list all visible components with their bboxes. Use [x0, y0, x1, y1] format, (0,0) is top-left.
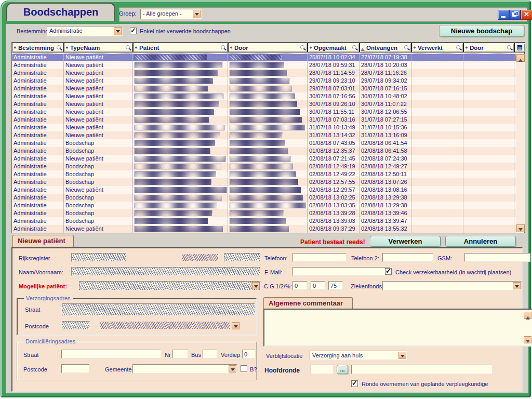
dm-nr-input[interactable]	[172, 350, 188, 358]
chevron-down-icon[interactable]	[398, 352, 406, 359]
table-row[interactable]: AdministratieNieuwe patiënt28/07/18 09:5…	[12, 61, 516, 69]
column-header-door[interactable]: Door	[228, 43, 308, 52]
new-message-button[interactable]: Nieuwe boodschap	[439, 25, 524, 37]
chevron-down-icon[interactable]	[252, 282, 260, 289]
table-row[interactable]: AdministratieNieuwe patiënt25/07/18 10:0…	[12, 54, 516, 61]
cg2-input[interactable]: 0	[311, 281, 325, 290]
table-row[interactable]: AdministratieBoodschap02/08/18 13:03:350…	[12, 202, 516, 209]
table-row[interactable]: AdministratieNieuwe patiënt02/08/18 09:3…	[12, 225, 516, 233]
table-row[interactable]: AdministratieNieuwe patiënt30/07/18 11:5…	[12, 108, 516, 116]
telefoon2-input[interactable]	[382, 253, 433, 262]
table-row[interactable]: AdministratieNieuwe patiënt31/07/18 13:1…	[12, 131, 516, 139]
chevron-down-icon[interactable]	[232, 322, 240, 329]
rijksregister-extra-input[interactable]	[224, 253, 260, 262]
rijksregister-input[interactable]	[71, 253, 126, 262]
group-dropdown[interactable]: - Alle groepen -	[140, 9, 202, 19]
column-header-opgemaakt[interactable]: Opgemaakt	[308, 43, 360, 52]
bestemming-dropdown[interactable]: Administratie	[47, 26, 123, 36]
hoofdronde-name-input[interactable]	[351, 365, 493, 374]
dm-straat-input[interactable]	[61, 350, 161, 358]
search-icon[interactable]	[456, 45, 462, 51]
column-header-typenaam[interactable]: TypeNaam	[64, 43, 133, 52]
table-row[interactable]: AdministratieBoodschap02/08/18 12:49:220…	[12, 170, 516, 178]
table-row[interactable]: AdministratieNieuwe patiënt29/07/18 07:0…	[12, 85, 516, 92]
gsm-input[interactable]	[464, 253, 530, 262]
minimize-button[interactable]	[498, 10, 509, 20]
table-row[interactable]: AdministratieBoodschap02/08/18 13:39:030…	[12, 217, 516, 225]
table-row[interactable]: AdministratieBoodschap02/08/18 12:57:550…	[12, 178, 516, 186]
search-icon[interactable]	[56, 45, 62, 51]
table-row[interactable]: AdministratieNieuwe patiënt02/08/18 07:2…	[12, 155, 516, 163]
table-row[interactable]: AdministratieNieuwe patiënt31/07/18 10:1…	[12, 124, 516, 131]
check-verzekerbaarheid-checkbox[interactable]	[385, 268, 392, 275]
dm-b-checkbox[interactable]	[241, 365, 247, 372]
verwerken-button[interactable]: Verwerken	[370, 236, 441, 247]
dm-bus-input[interactable]	[203, 350, 217, 358]
vz-postcode-input[interactable]	[62, 321, 90, 330]
chevron-down-icon[interactable]	[193, 10, 201, 18]
cell-patient	[133, 100, 228, 108]
annuleren-button[interactable]: Annuleren	[445, 236, 516, 247]
chevron-down-icon[interactable]	[229, 365, 236, 373]
hoofdronde-browse-button[interactable]: ...	[337, 365, 348, 374]
cg-pct-input[interactable]: 75	[328, 281, 343, 290]
telefoon-input[interactable]	[292, 253, 347, 262]
search-icon[interactable]	[507, 45, 513, 51]
search-icon[interactable]	[125, 45, 131, 51]
column-label: Ontvangen	[365, 45, 404, 51]
ronde-overnemen-checkbox[interactable]	[351, 380, 358, 387]
tab-nieuwe-patient[interactable]: Nieuwe patiënt	[12, 235, 74, 247]
tab-algemene-commentaar[interactable]: Algemene commentaar	[263, 297, 353, 309]
restore-button[interactable]	[509, 10, 521, 20]
chevron-down-icon[interactable]	[114, 27, 122, 35]
scroll-up-icon[interactable]	[516, 54, 525, 62]
dm-gemeente-dropdown[interactable]	[132, 364, 237, 374]
cell-ontvangen: 28/07/18 11:16:26	[360, 69, 411, 77]
grid-scrollbar[interactable]	[516, 54, 525, 232]
search-icon[interactable]	[404, 45, 410, 51]
scroll-down-icon[interactable]	[516, 224, 525, 232]
search-icon[interactable]	[220, 45, 227, 51]
table-row[interactable]: AdministratieNieuwe patiënt31/07/18 07:0…	[12, 116, 516, 124]
column-header-patient[interactable]: Patient	[133, 43, 228, 52]
grid-options-button[interactable]: ▤	[514, 43, 525, 52]
redacted-value	[230, 218, 286, 224]
only-unprocessed-checkbox[interactable]	[130, 28, 137, 34]
table-row[interactable]: AdministratieBoodschap02/08/18 12:49:190…	[12, 163, 516, 170]
table-row[interactable]: AdministratieNieuwe patiënt02/08/18 12:2…	[12, 186, 516, 194]
cell-door	[463, 225, 514, 233]
redacted-value	[230, 125, 305, 130]
table-row[interactable]: AdministratieBoodschap02/08/18 13:02:250…	[12, 194, 516, 202]
table-row[interactable]: AdministratieBoodschap02/08/18 13:39:280…	[12, 209, 516, 217]
search-icon[interactable]	[352, 45, 358, 51]
table-row[interactable]: AdministratieNieuwe patiënt29/07/18 09:2…	[12, 77, 516, 85]
table-row[interactable]: AdministratieNieuwe patiënt30/07/18 09:2…	[12, 100, 516, 108]
table-row[interactable]: AdministratieBoodschap01/08/18 12:35:370…	[12, 147, 516, 155]
column-header-ontvangen[interactable]: Ontvangen	[360, 43, 411, 52]
scroll-up-icon[interactable]	[524, 312, 531, 319]
verblijfslocatie-dropdown[interactable]: Verzorging aan huis	[310, 351, 407, 360]
table-row[interactable]: AdministratieNieuwe patiënt28/07/18 11:1…	[12, 69, 516, 77]
hoofdronde-code-input[interactable]	[311, 365, 334, 374]
chevron-down-icon[interactable]	[513, 282, 521, 289]
email-input[interactable]	[292, 267, 390, 276]
naam-voornaam-input[interactable]	[71, 267, 260, 276]
mogelijke-patient-dropdown[interactable]	[79, 281, 261, 290]
table-row[interactable]: AdministratieNieuwe patiënt30/07/18 07:1…	[12, 92, 516, 100]
column-header-door[interactable]: Door	[463, 43, 514, 52]
commentaar-textarea[interactable]	[263, 309, 532, 347]
cg1-input[interactable]: 0	[292, 281, 307, 290]
dm-verdiep-input[interactable]: 0	[242, 350, 256, 358]
scroll-down-icon[interactable]	[524, 336, 531, 343]
cell-door	[463, 194, 514, 202]
cell-opgemaakt: 02/08/18 12:29:57	[308, 186, 360, 194]
table-row[interactable]: AdministratieBoodschap01/08/18 07:43:050…	[12, 139, 516, 147]
dm-postcode-input[interactable]	[61, 364, 89, 373]
detail-panel: Rijksregister Naam/Voornaam: Mogelijke p…	[11, 247, 523, 392]
search-icon[interactable]	[300, 45, 306, 51]
column-header-bestemming[interactable]: Bestemming	[12, 43, 64, 52]
close-button[interactable]: ✕	[521, 10, 532, 20]
column-header-verwerkt[interactable]: Verwerkt	[411, 43, 463, 52]
ziekenfonds-dropdown[interactable]	[382, 281, 522, 290]
vz-straat-input[interactable]	[62, 303, 255, 316]
